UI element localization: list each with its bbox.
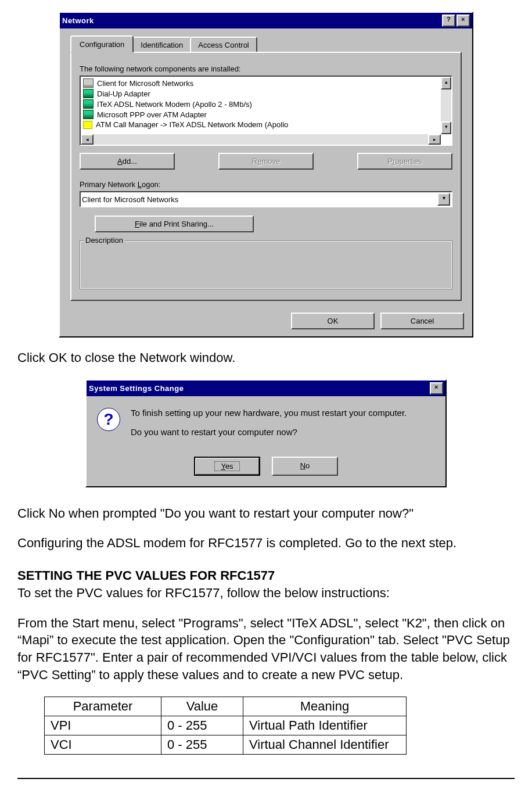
list-item[interactable]: Microsoft PPP over ATM Adapter — [82, 109, 450, 120]
tab-strip: Configuration Identification Access Cont… — [70, 35, 462, 53]
tab-identification[interactable]: Identification — [132, 37, 191, 53]
logon-label: Primary Network Logon: — [80, 180, 452, 189]
scroll-left-icon[interactable]: ◂ — [81, 134, 94, 145]
list-item[interactable]: ATM Call Manager -> ITeX ADSL Network Mo… — [82, 120, 450, 130]
instruction-text: To set the PVC values for RFC1577, follo… — [17, 584, 515, 602]
scroll-up-icon[interactable]: ▴ — [441, 77, 451, 89]
chevron-down-icon[interactable]: ▾ — [437, 193, 450, 206]
window-title: Network — [62, 16, 94, 25]
tab-access-control[interactable]: Access Control — [190, 37, 257, 53]
remove-button: Remove — [218, 153, 314, 170]
question-icon: ? — [97, 408, 120, 431]
logon-combobox[interactable]: Client for Microsoft Networks ▾ — [80, 191, 452, 207]
network-dialog: Network ? × Configuration Identification… — [59, 12, 473, 338]
instruction-text: Configuring the ADSL modem for RFC1577 i… — [17, 534, 515, 552]
tab-configuration[interactable]: Configuration — [70, 35, 134, 53]
instruction-text: From the Start menu, select "Programs", … — [17, 615, 515, 684]
list-item[interactable]: Dial-Up Adapter — [82, 88, 450, 99]
logon-value: Client for Microsoft Networks — [82, 195, 178, 204]
table-row: Parameter Value Meaning — [45, 697, 407, 716]
client-icon — [83, 78, 94, 88]
scroll-down-icon[interactable]: ▾ — [441, 121, 451, 134]
protocol-icon — [83, 121, 92, 129]
table-row: VCI 0 - 255 Virtual Channel Identifier — [45, 735, 407, 754]
vertical-scrollbar[interactable]: ▴▾ — [441, 77, 451, 134]
adapter-icon — [83, 99, 94, 109]
help-icon[interactable]: ? — [442, 15, 455, 27]
restart-dialog: System Settings Change × ? To finish set… — [85, 379, 447, 487]
instruction-text: Click OK to close the Network window. — [17, 349, 515, 367]
description-label: Description — [84, 236, 125, 245]
close-icon[interactable]: × — [430, 382, 443, 394]
ok-button[interactable]: OK — [291, 313, 375, 329]
window-title: System Settings Change — [89, 384, 184, 393]
properties-button: Properties — [357, 153, 452, 170]
components-listbox[interactable]: Client for Microsoft Networks Dial-Up Ad… — [80, 76, 452, 146]
installed-label: The following network components are ins… — [80, 64, 452, 73]
description-group: Description — [80, 241, 452, 289]
adapter-icon — [83, 89, 94, 98]
file-print-sharing-button[interactable]: File and Print Sharing... — [95, 216, 254, 232]
list-item[interactable]: ITeX ADSL Network Modem (Apollo 2 - 8Mb/… — [82, 99, 450, 109]
close-icon[interactable]: × — [456, 15, 470, 27]
instruction-text: Click No when prompted "Do you want to r… — [17, 505, 515, 522]
page-number: 17 — [17, 778, 515, 787]
table-row: VPI 0 - 255 Virtual Path Identifier — [45, 716, 407, 735]
section-heading: SETTING THE PVC VALUES FOR RFC1577 — [17, 568, 515, 583]
yes-button[interactable]: Yes — [194, 457, 260, 476]
pvc-table: Parameter Value Meaning VPI 0 - 255 Virt… — [44, 697, 407, 755]
add-button[interactable]: Add... — [80, 153, 175, 170]
cancel-button[interactable]: Cancel — [380, 313, 464, 329]
adapter-icon — [83, 110, 94, 119]
scroll-right-icon[interactable]: ▸ — [428, 134, 441, 145]
titlebar: Network ? × — [60, 13, 472, 28]
dialog-message: To finish setting up your new hardware, … — [131, 408, 407, 446]
list-item[interactable]: Client for Microsoft Networks — [82, 78, 450, 88]
horizontal-scrollbar[interactable]: ◂▸ — [81, 134, 441, 145]
no-button[interactable]: No — [272, 457, 338, 476]
config-panel: The following network components are ins… — [70, 52, 462, 301]
titlebar: System Settings Change × — [87, 381, 445, 396]
